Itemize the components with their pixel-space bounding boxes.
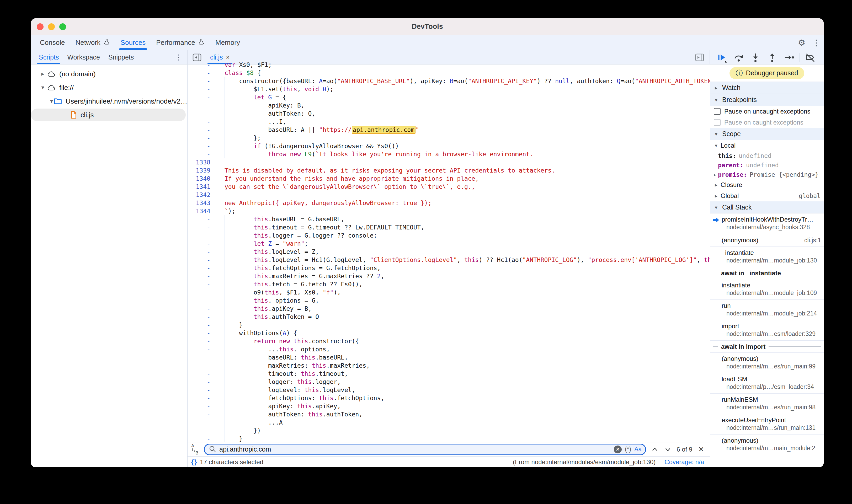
call-stack-frame[interactable]: executeUserEntryPointnode:internal/m…s/r… [710, 414, 824, 434]
code-line-text[interactable]: apiKey: this.apiKey, [215, 402, 710, 410]
pretty-print-marker[interactable]: - [188, 69, 215, 77]
pretty-print-marker[interactable]: - [188, 288, 215, 296]
main-tab-console[interactable]: Console [35, 35, 70, 50]
pretty-print-marker[interactable]: - [188, 362, 215, 370]
more-menu-icon[interactable]: ⋮ [809, 35, 824, 50]
code-line-text[interactable]: class $8 { [215, 69, 710, 77]
code-line-text[interactable]: This is disabled by default, as it risks… [215, 166, 710, 175]
checkbox[interactable] [714, 119, 721, 126]
breakpoint-toggle-row[interactable]: Pause on uncaught exceptions [710, 106, 824, 117]
call-stack-frame[interactable]: runMainESMnode:internal/m…es/run_main:98 [710, 394, 824, 414]
code-line-text[interactable]: withOptions(A) { [215, 329, 710, 337]
pretty-print-marker[interactable]: - [188, 93, 215, 102]
navigator-tab-scripts[interactable]: Scripts [35, 50, 63, 64]
code-line-text[interactable]: baseURL: this.baseURL, [215, 354, 710, 362]
pretty-print-marker[interactable]: - [188, 126, 215, 134]
code-line-text[interactable]: constructor({baseURL: A=ao("ANTHROPIC_BA… [215, 77, 710, 85]
code-line-text[interactable]: logLevel: this.logLevel, [215, 386, 710, 394]
navigator-tab-workspace[interactable]: Workspace [63, 50, 104, 64]
code-line-text[interactable]: you can set the \`dangerouslyAllowBrowse… [215, 183, 710, 191]
code-line-text[interactable]: ...this._options, [215, 345, 710, 354]
search-input[interactable]: api.anthropic.com ✕ (*) Aa [204, 444, 646, 455]
previous-match-icon[interactable] [650, 446, 659, 453]
code-line-text[interactable]: authToken: Q, [215, 110, 710, 118]
line-number[interactable]: 1343 [188, 199, 215, 207]
tree-item-users-jinhuilee-nvm-versions-node-v2-[interactable]: ▾Users/jinhuilee/.nvm/versions/node/v2… [31, 94, 187, 108]
pretty-print-marker[interactable]: - [188, 110, 215, 118]
step-out-icon[interactable] [765, 51, 780, 64]
tree-collapsed-arrow-icon[interactable]: ▸ [38, 71, 47, 77]
main-tab-memory[interactable]: Memory [210, 35, 245, 50]
coverage-link[interactable]: Coverage: n/a [664, 458, 704, 466]
scope-binding-this[interactable]: this:undefined [710, 151, 824, 161]
step-icon[interactable] [782, 51, 796, 64]
pretty-print-marker[interactable]: - [188, 427, 215, 435]
navigator-tab-snippets[interactable]: Snippets [104, 50, 138, 64]
code-editor[interactable]: -var Xs0, $F1;-class $8 {-constructor({b… [188, 61, 710, 442]
code-line-text[interactable]: if (!G.dangerouslyAllowBrowser && Ys0()) [215, 142, 710, 150]
scope-group-global[interactable]: ▸Globalglobal [710, 191, 824, 201]
code-line-text[interactable]: this.fetch = G.fetch ?? Fs0(), [215, 280, 710, 288]
code-line-text[interactable] [215, 158, 710, 166]
pretty-print-marker[interactable]: - [188, 418, 215, 427]
code-line-text[interactable]: fetchOptions: this.fetchOptions, [215, 394, 710, 402]
replace-toggle-icon[interactable]: AB [190, 443, 200, 456]
breakpoint-toggle-row[interactable]: Pause on caught exceptions [710, 117, 824, 128]
scope-section-header[interactable]: ▾ Scope [710, 128, 824, 140]
pretty-print-icon[interactable]: { } [191, 458, 196, 466]
step-into-icon[interactable] [748, 51, 763, 64]
code-line-text[interactable]: authToken: this.authToken, [215, 410, 710, 418]
source-origin-link[interactable]: node:internal/modules/esm/module_job:130 [531, 458, 654, 465]
line-number[interactable]: 1339 [188, 166, 215, 175]
code-line-text[interactable]: ...A [215, 418, 710, 427]
code-line-text[interactable]: let G = { [215, 93, 710, 102]
code-line-text[interactable]: this.logger = G.logger ?? console; [215, 232, 710, 240]
breakpoints-section-header[interactable]: ▾ Breakpoints [710, 94, 824, 106]
code-line-text[interactable]: `); [215, 207, 710, 215]
line-number[interactable]: 1338 [188, 158, 215, 166]
code-line-text[interactable]: var Xs0, $F1; [215, 61, 710, 69]
code-line-text[interactable]: this._options = G, [215, 296, 710, 305]
pretty-print-marker[interactable]: - [188, 354, 215, 362]
pretty-print-marker[interactable]: - [188, 248, 215, 256]
match-case-toggle[interactable]: Aa [634, 446, 642, 453]
tree-item-cli-js[interactable]: cli.js [31, 108, 187, 122]
pretty-print-marker[interactable]: - [188, 142, 215, 150]
tree-expanded-arrow-icon[interactable]: ▾ [38, 84, 47, 91]
pretty-print-marker[interactable]: - [188, 329, 215, 337]
pretty-print-marker[interactable]: - [188, 85, 215, 93]
resume-icon[interactable] [714, 51, 729, 64]
pretty-print-marker[interactable]: - [188, 370, 215, 378]
next-match-icon[interactable] [663, 446, 672, 453]
code-line-text[interactable]: apiKey: B, [215, 102, 710, 110]
call-stack-frame[interactable]: instantiatenode:internal/m…module_job:10… [710, 279, 824, 300]
line-number[interactable]: 1341 [188, 183, 215, 191]
call-stack-frame[interactable]: loadESMnode:internal/p…/esm_loader:34 [710, 373, 824, 394]
code-line-text[interactable]: this.baseURL = G.baseURL, [215, 215, 710, 223]
main-tab-sources[interactable]: Sources [116, 35, 151, 50]
code-line-text[interactable]: } [215, 321, 710, 329]
code-line-text[interactable]: ...I, [215, 118, 710, 126]
code-line-text[interactable]: o9(this, $F1, Xs0, "f"), [215, 288, 710, 296]
pretty-print-marker[interactable]: - [188, 378, 215, 386]
line-number[interactable]: 1344 [188, 207, 215, 215]
watch-section-header[interactable]: ▸ Watch [710, 82, 824, 94]
code-line-text[interactable] [215, 191, 710, 199]
code-line-text[interactable]: this.logLevel = Hc1(G.logLevel, "ClientO… [215, 256, 710, 264]
code-line-text[interactable]: this.timeout = G.timeout ?? Lw.DEFAULT_T… [215, 223, 710, 232]
deactivate-breakpoints-icon[interactable] [803, 51, 818, 64]
call-stack-frame[interactable]: (anonymous)node:internal/m…es/run_main:9… [710, 353, 824, 373]
line-number[interactable]: 1340 [188, 175, 215, 183]
close-tab-icon[interactable]: × [226, 54, 230, 61]
code-line-text[interactable]: throw new L9(`It looks like you're runni… [215, 150, 710, 158]
pretty-print-marker[interactable]: - [188, 321, 215, 329]
call-stack-frame[interactable]: (anonymous)cli.js:1 [710, 234, 824, 247]
code-line-text[interactable]: timeout: this.timeout, [215, 370, 710, 378]
tree-item-file-[interactable]: ▾file:// [31, 81, 187, 94]
code-line-text[interactable]: this.fetchOptions = G.fetchOptions, [215, 264, 710, 272]
code-line-text[interactable]: maxRetries: this.maxRetries, [215, 362, 710, 370]
call-stack-frame[interactable]: (anonymous)node:internal/m…main_module:2 [710, 434, 824, 455]
main-tab-network[interactable]: Network [70, 35, 115, 50]
clear-search-icon[interactable]: ✕ [614, 446, 622, 453]
pretty-print-marker[interactable]: - [188, 118, 215, 126]
